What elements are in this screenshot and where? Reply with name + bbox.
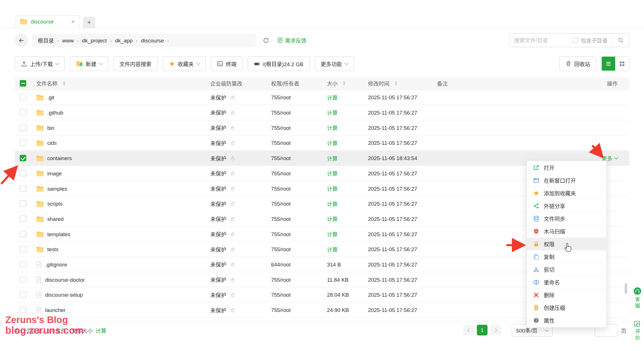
breadcrumb-item[interactable]: www <box>62 37 74 43</box>
row-checkbox[interactable] <box>20 276 26 283</box>
calc-size-link[interactable]: 计算 <box>327 245 338 253</box>
context-menu-item[interactable]: 在新窗口打开 <box>527 174 606 187</box>
content-search-button[interactable]: 文件内容搜索 <box>113 56 158 71</box>
table-row[interactable]: .git未保护755/root计算2025-11-05 17:56:27 <box>15 90 629 105</box>
recycle-bin-button[interactable]: 回收站 <box>559 56 596 71</box>
breadcrumb-item[interactable]: discourse <box>141 37 164 43</box>
file-name[interactable]: discourse-setup <box>45 292 83 298</box>
row-checkbox[interactable] <box>20 124 26 131</box>
next-page-button[interactable] <box>490 325 501 335</box>
feedback-link[interactable]: 需求反馈 <box>277 36 306 44</box>
row-checkbox[interactable] <box>20 216 26 222</box>
row-checkbox[interactable] <box>20 170 26 176</box>
current-page-button[interactable]: 1 <box>477 325 488 335</box>
column-header[interactable]: 大小 <box>327 79 368 87</box>
file-name[interactable]: cids <box>47 140 57 146</box>
context-menu-item[interactable]: 添加到收藏夹 <box>527 187 606 199</box>
file-name[interactable]: samples <box>47 185 67 191</box>
column-header[interactable]: 文件名称 <box>33 79 210 87</box>
new-tab-button[interactable]: + <box>83 17 95 28</box>
scrollbar-thumb[interactable] <box>625 283 627 294</box>
disk-button[interactable]: /(根目录)24.2 GB <box>248 56 310 71</box>
context-menu-item[interactable]: 复制 <box>527 250 606 263</box>
sort-icon[interactable] <box>343 81 345 85</box>
column-header[interactable]: 修改时间 <box>368 79 437 87</box>
calc-size-link[interactable]: 计算 <box>327 230 338 238</box>
table-row[interactable]: .github未保护755/root计算2025-11-05 17:56:27 <box>15 105 629 120</box>
row-checkbox[interactable] <box>20 261 26 268</box>
row-checkbox[interactable] <box>20 200 26 207</box>
file-name[interactable]: launcher <box>45 307 66 313</box>
context-menu-item[interactable]: 木马扫描 <box>527 225 606 238</box>
table-row[interactable]: bin未保护755/root计算2025-11-05 17:56:27 <box>15 120 629 135</box>
file-name[interactable]: tests <box>47 246 59 252</box>
tab-close-icon[interactable]: × <box>71 18 75 25</box>
calc-total-size-link[interactable]: 计算 <box>96 327 106 335</box>
file-name[interactable]: containers <box>47 155 72 161</box>
row-checkbox[interactable] <box>20 94 26 100</box>
context-menu-item[interactable]: 创建压缩 <box>527 301 606 314</box>
column-header[interactable]: 企业级防篡改 <box>210 79 271 87</box>
file-name[interactable]: shared <box>47 216 64 222</box>
file-name[interactable]: discourse-doctor <box>45 277 85 283</box>
row-checkbox[interactable] <box>20 292 26 298</box>
table-row[interactable]: cids未保护755/root计算2025-11-05 17:56:27 <box>15 135 629 151</box>
calc-size-link[interactable]: 计算 <box>327 184 338 192</box>
terminal-button[interactable]: 终端 <box>211 56 242 71</box>
file-name[interactable]: scripts <box>47 201 63 207</box>
sort-icon[interactable] <box>395 81 397 85</box>
context-menu-item[interactable]: 重命名 <box>527 276 606 288</box>
customer-service-button[interactable]: 客服 <box>632 287 643 309</box>
tab-discourse[interactable]: discourse × <box>15 15 80 28</box>
row-checkbox[interactable] <box>20 231 26 237</box>
context-menu-item[interactable]: 属性 <box>527 314 606 327</box>
more-functions-button[interactable]: 更多功能 <box>314 56 354 71</box>
back-button[interactable] <box>15 34 28 47</box>
breadcrumb-item[interactable]: dk_app <box>115 37 133 43</box>
prev-page-button[interactable] <box>463 325 474 335</box>
column-header[interactable]: 备注 <box>437 79 559 87</box>
refresh-button[interactable] <box>259 34 272 46</box>
breadcrumb-item[interactable]: dk_project <box>82 37 107 43</box>
include-subdir-option[interactable]: 包含子目录 <box>572 36 612 44</box>
calc-size-link[interactable]: 计算 <box>327 139 338 147</box>
file-name[interactable]: .gitignore <box>45 261 67 268</box>
calc-size-link[interactable]: 计算 <box>327 109 338 117</box>
include-subdir-checkbox[interactable] <box>572 37 578 43</box>
row-checkbox[interactable] <box>20 155 26 161</box>
select-all-checkbox[interactable] <box>20 80 26 87</box>
file-name[interactable]: .git <box>47 94 54 100</box>
context-menu-item[interactable]: 外链分享 <box>527 199 606 212</box>
file-name[interactable]: image <box>47 170 62 176</box>
row-checkbox[interactable] <box>20 140 26 146</box>
calc-size-link[interactable]: 计算 <box>327 169 338 177</box>
column-header[interactable]: 权限/所有者 <box>271 79 327 87</box>
list-view-button[interactable] <box>602 57 615 70</box>
review-button[interactable]: 评价 <box>632 320 643 341</box>
context-menu-item[interactable]: 打开 <box>527 161 606 174</box>
new-button[interactable]: 新建 <box>70 56 108 71</box>
file-name[interactable]: .github <box>47 109 63 116</box>
context-menu-item[interactable]: 权限 <box>527 238 606 250</box>
calc-size-link[interactable]: 计算 <box>327 215 338 223</box>
context-menu-item[interactable]: 删除 <box>527 288 606 301</box>
row-checkbox[interactable] <box>20 246 26 252</box>
favorites-button[interactable]: 收藏夹 <box>162 56 205 71</box>
grid-view-button[interactable] <box>615 57 629 70</box>
breadcrumb-item[interactable]: 根目录 <box>38 36 54 44</box>
column-header[interactable]: 操作 <box>559 79 629 87</box>
search-button[interactable] <box>612 33 629 47</box>
sort-icon[interactable] <box>63 81 65 85</box>
row-checkbox[interactable] <box>20 185 26 192</box>
row-checkbox[interactable] <box>20 307 26 313</box>
file-name[interactable]: bin <box>47 125 54 131</box>
row-checkbox[interactable] <box>20 109 26 116</box>
calc-size-link[interactable]: 计算 <box>327 93 338 101</box>
upload-download-button[interactable]: 上传/下载 <box>15 56 65 71</box>
file-name[interactable]: templates <box>47 231 70 237</box>
calc-size-link[interactable]: 计算 <box>327 124 338 132</box>
calc-size-link[interactable]: 计算 <box>327 200 338 208</box>
search-input[interactable] <box>510 37 573 43</box>
context-menu-item[interactable]: 剪切 <box>527 263 606 276</box>
calc-size-link[interactable]: 计算 <box>327 154 338 162</box>
